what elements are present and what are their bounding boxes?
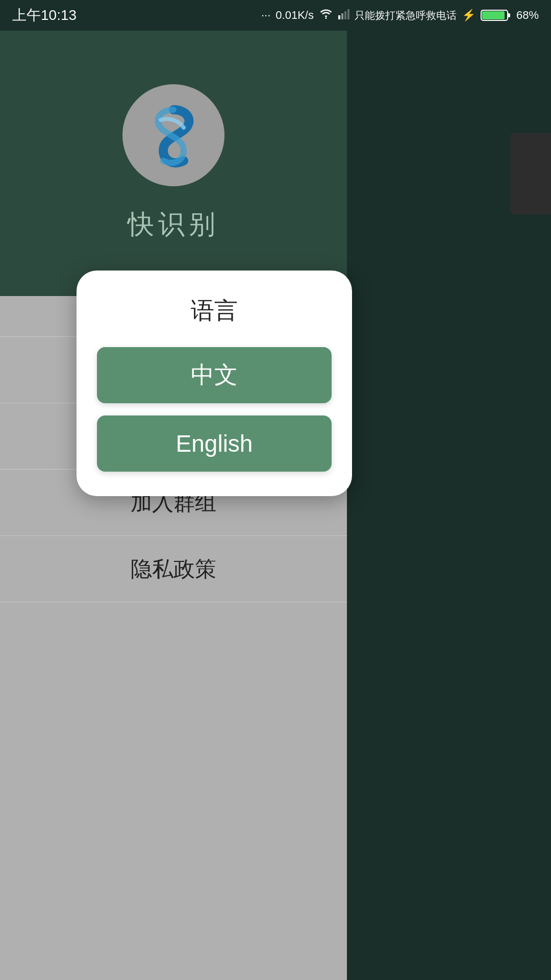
signal-dots-icon: ··· xyxy=(261,9,270,22)
app-logo xyxy=(122,84,224,186)
svg-rect-3 xyxy=(344,11,346,19)
status-time: 上午10:13 xyxy=(12,6,77,25)
emergency-text: 只能拨打紧急呼救电话 xyxy=(355,9,457,22)
right-panel-label xyxy=(510,133,551,214)
english-language-button[interactable]: English xyxy=(97,415,332,472)
bg-list-privacy: 隐私政策 xyxy=(0,536,347,602)
network-speed: 0.01K/s xyxy=(276,9,314,22)
app-name-text: 快识别 xyxy=(128,207,219,242)
chinese-language-button[interactable]: 中文 xyxy=(97,347,332,403)
app-logo-svg xyxy=(133,94,214,176)
battery-percent: 68% xyxy=(516,9,539,22)
battery-icon xyxy=(481,8,511,22)
language-dialog: 语言 中文 English xyxy=(77,271,352,496)
svg-rect-1 xyxy=(338,15,340,19)
wifi-icon xyxy=(319,8,333,22)
status-bar: 上午10:13 ··· 0.01K/s 只能拨打紧急呼救电话 ⚡ xyxy=(0,0,551,31)
signal-bars-icon xyxy=(338,8,349,22)
status-icons: ··· 0.01K/s 只能拨打紧急呼救电话 ⚡ xyxy=(261,8,539,22)
svg-rect-2 xyxy=(341,13,343,19)
svg-rect-6 xyxy=(508,13,510,17)
svg-rect-4 xyxy=(347,9,349,19)
svg-point-0 xyxy=(325,17,327,19)
charging-icon: ⚡ xyxy=(462,9,475,22)
chinese-button-label: 中文 xyxy=(191,359,238,391)
app-header: 快识别 xyxy=(0,31,347,296)
svg-rect-7 xyxy=(482,11,505,19)
right-panel xyxy=(347,31,551,980)
english-button-label: English xyxy=(176,430,253,457)
dialog-title: 语言 xyxy=(97,295,332,327)
